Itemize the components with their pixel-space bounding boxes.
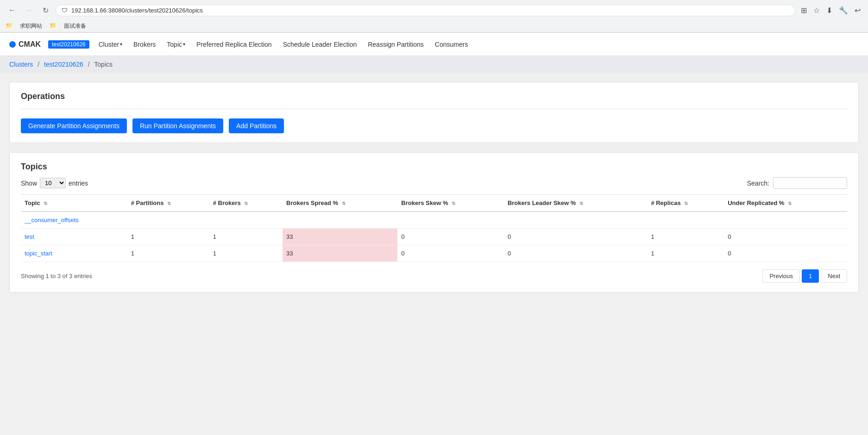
under-replicated-cell-2: 0 [724, 229, 847, 245]
nav-schedule-leader-election[interactable]: Schedule Leader Election [281, 41, 359, 48]
partitions-cell-3: 1 [127, 245, 209, 262]
col-leader-skew: Brokers Leader Skew % ⇅ [504, 195, 647, 212]
generate-partition-assignments-button[interactable]: Generate Partition Assignments [21, 118, 127, 133]
nav-brokers[interactable]: Brokers [132, 41, 157, 48]
entries-select[interactable]: 10 25 50 100 [40, 178, 66, 188]
sort-icon-leader-skew[interactable]: ⇅ [579, 201, 583, 206]
spread-cell-1 [283, 211, 397, 229]
sort-icon-topic[interactable]: ⇅ [44, 201, 47, 206]
browser-toolbar: ← → ↻ 🛡 192.168.1.66:38080/clusters/test… [0, 0, 868, 20]
bookmarks-bar: 📁 求职网站 📁 面试准备 [0, 20, 868, 32]
skew-cell-2: 0 [397, 229, 504, 245]
url-display: 192.168.1.66:38080/clusters/test20210626… [71, 7, 203, 14]
under-replicated-cell-1 [724, 211, 847, 229]
logo-text: CMAK [19, 40, 41, 49]
bookmark-2[interactable]: 面试准备 [64, 22, 86, 30]
folder-icon-1: 📁 [6, 22, 13, 30]
nav-consumers[interactable]: Consumers [433, 41, 470, 48]
bookmark-button[interactable]: ☆ [811, 4, 822, 17]
run-partition-assignments-button[interactable]: Run Partition Assignments [132, 118, 223, 133]
table-body: __consumer_offsets test 1 1 [21, 211, 847, 262]
topic-cell-1: __consumer_offsets [21, 211, 127, 229]
nav-topic[interactable]: Topic ▾ [165, 41, 187, 48]
download-button[interactable]: ⬇ [824, 4, 834, 17]
topic-link-consumer-offsets[interactable]: __consumer_offsets [25, 217, 79, 224]
col-under-replicated: Under Replicated % ⇅ [724, 195, 847, 212]
sort-icon-partitions[interactable]: ⇅ [167, 201, 171, 206]
topic-link-topic-start[interactable]: topic_start [25, 250, 52, 257]
operations-title: Operations [21, 92, 847, 101]
back-button[interactable]: ← [6, 4, 19, 17]
col-brokers: # Brokers ⇅ [209, 195, 283, 212]
previous-button[interactable]: Previous [762, 269, 800, 283]
next-button[interactable]: Next [821, 269, 847, 283]
search-input[interactable] [773, 177, 847, 189]
brokers-cell-3: 1 [209, 245, 283, 262]
operations-section: Operations Generate Partition Assignment… [9, 82, 859, 143]
entries-label: entries [69, 180, 88, 187]
replicas-cell-2: 1 [647, 229, 724, 245]
app-navbar: CMAK test20210626 Cluster ▾ Brokers Topi… [0, 33, 868, 56]
under-replicated-cell-3: 0 [724, 245, 847, 262]
topics-table: Topic ⇅ # Partitions ⇅ # Brokers ⇅ Broke… [21, 194, 847, 262]
breadcrumb-sep-1: / [38, 61, 39, 68]
nav-preferred-replica-election[interactable]: Preferred Replica Election [195, 41, 274, 48]
sort-icon-brokers[interactable]: ⇅ [244, 201, 248, 206]
table-row: test 1 1 33 0 0 1 0 [21, 229, 847, 245]
topic-cell-3: topic_start [21, 245, 127, 262]
table-row: __consumer_offsets [21, 211, 847, 229]
col-topic: Topic ⇅ [21, 195, 127, 212]
sort-icon-spread[interactable]: ⇅ [342, 201, 346, 206]
cluster-badge[interactable]: test20210626 [48, 40, 89, 49]
breadcrumb-current: Topics [94, 61, 113, 68]
replicas-cell-1 [647, 211, 724, 229]
col-partitions: # Partitions ⇅ [127, 195, 209, 212]
forward-button[interactable]: → [22, 4, 35, 17]
address-bar[interactable]: 🛡 192.168.1.66:38080/clusters/test202106… [56, 5, 795, 16]
logo-dot [9, 41, 16, 48]
breadcrumb-cluster-link[interactable]: test20210626 [44, 61, 83, 68]
skew-cell-3: 0 [397, 245, 504, 262]
app-logo: CMAK [9, 40, 41, 49]
pagination-bar: Showing 1 to 3 of 3 entries Previous 1 N… [21, 269, 847, 283]
topics-title: Topics [21, 162, 847, 172]
partitions-cell-2: 1 [127, 229, 209, 245]
section-divider [21, 109, 847, 109]
extension-button[interactable]: 🔧 [837, 4, 850, 17]
skew-cell-1 [397, 211, 504, 229]
security-icon: 🛡 [62, 7, 68, 14]
sort-icon-under-replicated[interactable]: ⇅ [788, 201, 792, 206]
topic-cell-2: test [21, 229, 127, 245]
bookmark-1[interactable]: 求职网站 [20, 22, 42, 30]
search-label: Search: [747, 180, 769, 187]
col-spread: Brokers Spread % ⇅ [283, 195, 397, 212]
nav-cluster[interactable]: Cluster ▾ [97, 41, 124, 48]
reload-button[interactable]: ↻ [39, 4, 52, 17]
qr-button[interactable]: ⊞ [799, 4, 809, 17]
table-header-row: Topic ⇅ # Partitions ⇅ # Brokers ⇅ Broke… [21, 195, 847, 212]
brokers-cell-2: 1 [209, 229, 283, 245]
spread-cell-3: 33 [283, 245, 397, 262]
history-button[interactable]: ↩ [853, 4, 862, 17]
col-skew: Brokers Skew % ⇅ [397, 195, 504, 212]
replicas-cell-3: 1 [647, 245, 724, 262]
chevron-down-icon-2: ▾ [183, 42, 185, 47]
browser-actions: ⊞ ☆ ⬇ 🔧 ↩ [799, 4, 862, 17]
table-row: topic_start 1 1 33 0 0 1 0 [21, 245, 847, 262]
chevron-down-icon: ▾ [120, 42, 122, 47]
page-1-button[interactable]: 1 [802, 269, 819, 283]
sort-icon-skew[interactable]: ⇅ [452, 201, 455, 206]
topics-section: Topics Show 10 25 50 100 entries Search: [9, 152, 859, 292]
show-entries: Show 10 25 50 100 entries [21, 178, 88, 188]
show-search-row: Show 10 25 50 100 entries Search: [21, 177, 847, 189]
browser-chrome: ← → ↻ 🛡 192.168.1.66:38080/clusters/test… [0, 0, 868, 33]
topic-link-test[interactable]: test [25, 233, 34, 240]
nav-reassign-partitions[interactable]: Reassign Partitions [366, 41, 426, 48]
leader-skew-cell-1 [504, 211, 647, 229]
add-partitions-button[interactable]: Add Partitions [229, 118, 284, 133]
breadcrumb-clusters-link[interactable]: Clusters [9, 61, 33, 68]
main-content: Operations Generate Partition Assignment… [0, 73, 868, 302]
sort-icon-replicas[interactable]: ⇅ [684, 201, 688, 206]
search-area: Search: [747, 177, 847, 189]
operations-buttons: Generate Partition Assignments Run Parti… [21, 118, 847, 133]
